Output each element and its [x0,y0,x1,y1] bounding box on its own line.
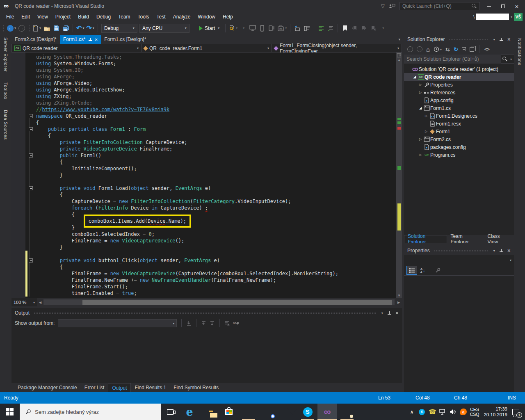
outlining-margin-cell[interactable] [27,93,36,100]
code-line[interactable]: { [11,159,396,165]
outlining-margin-cell[interactable] [27,185,36,192]
code-line[interactable]: using System.Threading.Tasks; [11,54,396,60]
outlining-margin-cell[interactable] [27,218,36,224]
properties-window-icon[interactable] [470,47,474,52]
outlining-margin-cell[interactable] [27,100,36,106]
scroll-up-arrow[interactable]: ▲ [396,58,402,62]
start-debugging-button[interactable]: Start▾ [196,23,222,33]
undo-button[interactable]: ↶▾ [76,23,84,33]
properties-object-dropdown[interactable]: ▾ [404,256,514,264]
code-line[interactable]: private void button1_Click(object sender… [11,257,396,264]
code-line[interactable]: { [11,192,396,198]
avast-antivirus-tray-icon[interactable]: a [460,409,467,415]
keyboard-language-indicator[interactable]: CES CSQ [470,407,479,417]
menu-item-build[interactable]: Build [74,13,93,21]
phone-dialer-tray-icon[interactable]: ☎ [429,408,436,415]
tree-expander-icon[interactable]: ◢ [418,106,423,110]
tree-item-solution-qr-code-reader-1-project-[interactable]: Solution 'QR code reader' (1 project) [404,65,514,73]
breakpoint-margin-cell[interactable] [11,264,25,270]
search-options-chevron-icon[interactable]: ▾ [510,57,512,61]
code-line[interactable]: comboBox1.Items.Add(Device.Name); [11,218,396,224]
close-panel-icon[interactable]: × [507,37,511,42]
panel-tab-package-manager-console[interactable]: Package Manager Console [14,383,81,392]
breakpoint-margin-cell[interactable] [11,54,25,60]
panel-tab-solution-explorer[interactable]: Solution Explorer [404,235,447,243]
panel-tab-class-view[interactable]: Class View [484,235,514,243]
breakpoint-margin-cell[interactable] [11,218,25,224]
code-line[interactable]: private FilterInfoCollection CaptureDevi… [11,139,396,146]
scroll-down-arrow[interactable]: ▼ [396,294,402,297]
tree-expander-icon[interactable]: ▷ [418,137,423,141]
panel-tab-error-list[interactable]: Error List [81,383,108,392]
code-line[interactable]: public partial class Form1 : Form [11,126,396,132]
outlining-margin-cell[interactable] [27,237,36,244]
breakpoint-margin-cell[interactable] [11,87,25,93]
outlining-margin-cell[interactable] [27,192,36,198]
code-fold-collapse-box[interactable] [29,258,33,262]
code-line[interactable]: { [11,264,396,270]
tree-expander-icon[interactable]: ▷ [424,130,429,133]
project-dropdown[interactable]: C# QR code reader ▾ [12,44,142,52]
properties-content[interactable] [404,276,514,392]
restore-button[interactable] [498,2,508,11]
breakpoint-margin-cell[interactable] [11,60,25,67]
task-view-button[interactable] [161,404,180,420]
breakpoint-margin-cell[interactable] [11,93,25,100]
breakpoint-margin-cell[interactable] [11,244,25,251]
code-line[interactable]: FinalFrame = new VideoCaptureDevice(); [11,237,396,244]
outlining-margin-cell[interactable] [27,178,36,185]
outlining-margin-cell[interactable] [27,277,36,283]
taskbar-app-visual-studio[interactable]: ∞ [317,404,337,420]
window-position-chevron-icon[interactable]: ▾ [381,311,383,315]
save-all-button[interactable] [62,23,69,33]
scrollbar-thumb[interactable] [82,300,392,305]
quick-launch-input[interactable]: Quick Launch (Ctrl+Q) [399,2,480,10]
toolbar-grip[interactable] [28,25,30,32]
code-line[interactable]: { [11,119,396,126]
outlining-margin-cell[interactable] [27,211,36,218]
save-button[interactable] [52,23,60,33]
pin-icon[interactable] [499,37,503,42]
taskbar-app-chrome[interactable] [258,404,278,420]
action-center-button[interactable]: 1 [512,409,519,415]
outlining-margin-cell[interactable] [27,126,36,132]
alphabetical-sort-button[interactable]: AZ↓ [420,266,425,275]
breakpoint-margin-cell[interactable] [11,185,25,192]
menu-item-project[interactable]: Project [52,13,74,21]
breakpoint-margin-cell[interactable] [11,237,25,244]
toolbar-overflow[interactable]: ▾ [379,23,386,33]
code-line[interactable] [11,251,396,257]
outlining-margin-cell[interactable] [27,172,36,178]
code-line[interactable]: using System.IO; [11,67,396,73]
outlining-margin-cell[interactable] [27,283,36,290]
breakpoint-margin-cell[interactable] [11,73,25,80]
close-panel-icon[interactable]: × [395,310,399,316]
document-tab[interactable]: Form1.cs [Design]* [101,35,149,44]
breakpoint-margin-cell[interactable] [11,113,25,119]
taskbar-app-skype[interactable]: S [298,404,317,420]
outlining-margin-cell[interactable] [27,67,36,73]
code-line[interactable]: using AForge; [11,73,396,80]
status-column[interactable]: Col 48 [415,395,430,401]
tree-item-form1-resx[interactable]: Form1.resx [404,120,514,128]
breakpoint-margin-cell[interactable] [11,100,25,106]
taskbar-search-input[interactable]: Sem zadejte hledaný výraz [20,404,161,420]
taskbar-app-mail[interactable] [278,404,298,420]
window-position-chevron-icon[interactable]: ▾ [493,249,495,253]
tree-item-packages-config[interactable]: packages.config [404,143,514,151]
taskbar-clock[interactable]: 17:39 20.10.2019 [482,406,509,418]
taskbar-app-paint-3d[interactable] [337,404,357,420]
menu-item-window[interactable]: Window [194,13,219,21]
outlining-margin-cell[interactable] [27,159,36,165]
account-chevron-down-icon[interactable]: ▾ [511,15,512,19]
breakpoint-margin-cell[interactable] [11,192,25,198]
scroll-right-arrow[interactable]: ▶ [395,301,402,304]
comment-lines-icon[interactable] [317,23,325,33]
breakpoint-margin-cell[interactable] [11,251,25,257]
breakpoint-margin-cell[interactable] [11,205,25,211]
code-line[interactable]: private VideoCaptureDevice FinalFrame; [11,146,396,152]
pin-icon[interactable] [499,249,503,253]
outlining-margin-cell[interactable] [27,264,36,270]
navigate-to-next-method-icon[interactable] [303,23,310,33]
editor-horizontal-scrollbar[interactable] [43,299,395,305]
